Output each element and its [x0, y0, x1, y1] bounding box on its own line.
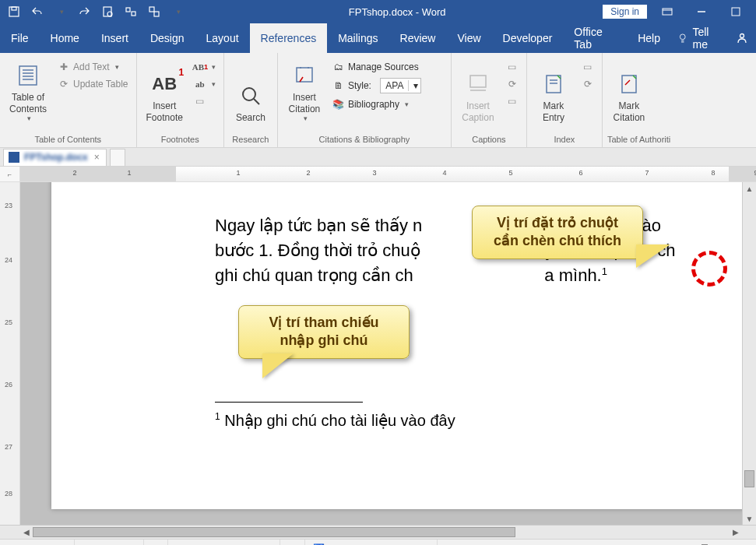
group-label-toc: Table of Contents [5, 132, 132, 147]
web-layout-icon[interactable]: ▦ [616, 541, 635, 546]
add-text-button[interactable]: ✚Add Text [55, 59, 132, 75]
hscroll-thumb[interactable] [33, 527, 515, 537]
qat-icon-2[interactable] [143, 2, 165, 22]
tab-insert[interactable]: Insert [90, 23, 139, 53]
tab-review[interactable]: Review [389, 23, 447, 53]
scroll-left-icon[interactable]: ◀ [20, 528, 33, 536]
ribbon-display-icon[interactable] [653, 2, 681, 22]
next-footnote-button[interactable]: ab [191, 76, 219, 92]
manage-sources-button[interactable]: 🗂Manage Sources [329, 59, 446, 75]
tab-view[interactable]: View [446, 23, 491, 53]
tab-design[interactable]: Design [139, 23, 195, 53]
word-count[interactable]: 64102 words [75, 540, 145, 545]
language[interactable]: English (United States) [168, 540, 280, 545]
insert-caption-button[interactable]: Insert Caption [456, 56, 500, 125]
update-index-button[interactable]: ⟳ [578, 76, 597, 92]
style-combo[interactable]: APA▾ [380, 78, 421, 93]
ruler-corner[interactable]: ⌐ [0, 167, 20, 181]
caption-opt1[interactable]: ▭ [503, 59, 522, 75]
insert-index-icon: ▭ [582, 61, 594, 73]
callout-reference-position[interactable]: Vị trí tham chiếu nhập ghi chú [238, 305, 410, 359]
horizontal-scrollbar[interactable]: ◀ ▶ [0, 525, 756, 539]
print-preview-icon[interactable] [97, 2, 118, 22]
citation-icon [291, 62, 318, 89]
insert-footnote-button[interactable]: AB1 Insert Footnote [142, 56, 188, 125]
group-footnotes: AB1 Insert Footnote AB1 ab ▭ Footnotes [137, 53, 224, 147]
footnote-icon: AB1 [151, 71, 178, 97]
show-notes-icon: ▭ [194, 95, 206, 107]
scroll-right-icon[interactable]: ▶ [730, 528, 742, 536]
tab-help[interactable]: Help [627, 23, 671, 53]
sign-in-button[interactable]: Sign in [603, 5, 647, 19]
svg-rect-0 [9, 7, 19, 16]
share-icon[interactable] [728, 23, 756, 53]
tab-mailings[interactable]: Mailings [327, 23, 389, 53]
mark-entry-button[interactable]: Mark Entry [532, 56, 575, 125]
callout-cursor-position[interactable]: Vị trí đặt trỏ chuột cần chèn chú thích [472, 206, 643, 259]
group-label-captions: Captions [456, 132, 522, 147]
style-selector[interactable]: 🗎Style: APA▾ [329, 76, 446, 95]
scroll-down-icon[interactable]: ▼ [743, 512, 756, 525]
lightbulb-icon [677, 32, 688, 44]
svg-rect-21 [470, 76, 486, 87]
minimize-icon[interactable] [687, 2, 716, 22]
document-tab-label: FPTshop.docx [24, 152, 88, 163]
caption-opt3[interactable]: ▭ [503, 93, 522, 109]
zoom-out-icon[interactable]: − [636, 541, 655, 546]
insert-endnote-button[interactable]: AB1 [191, 59, 219, 75]
accessibility[interactable]: ♿Accessibility: Investigate [305, 540, 438, 545]
svg-rect-1 [12, 7, 16, 10]
ribbon-tabs: File Home Insert Design Layout Reference… [0, 23, 756, 53]
tab-layout[interactable]: Layout [195, 23, 250, 53]
page-viewport[interactable]: Ngay lập tức bạn sẽ thấy người dùng dấuu… [20, 182, 742, 525]
spell-check-icon[interactable]: ✎ [144, 540, 168, 545]
tab-home[interactable]: Home [40, 23, 90, 53]
print-layout-icon[interactable]: ▤ [596, 541, 614, 546]
tell-me[interactable]: Tell me [671, 23, 728, 53]
tab-developer[interactable]: Developer [492, 23, 564, 53]
insert-citation-button[interactable]: Insert Citation [283, 56, 326, 125]
new-tab-button[interactable] [110, 149, 125, 166]
tab-officetab[interactable]: Office Tab [563, 23, 627, 53]
redo-icon[interactable] [73, 2, 95, 22]
mark-citation-button[interactable]: Mark Citation [607, 56, 651, 125]
maximize-icon[interactable] [722, 2, 750, 22]
mark-entry-icon [540, 71, 567, 97]
footnote-text[interactable]: 1 Nhập ghi chú cho tài liệu vào đây [215, 411, 455, 430]
window-title: FPTshop.docx - Word [192, 6, 603, 18]
svg-rect-23 [547, 76, 561, 93]
group-label-index: Index [532, 132, 597, 147]
svg-rect-13 [19, 66, 37, 85]
search-button[interactable]: Search [229, 56, 273, 125]
title-right: Sign in [603, 2, 756, 22]
document-tab[interactable]: FPTshop.docx × [3, 149, 107, 166]
page-number[interactable]: Page 1 of 180 [0, 540, 75, 545]
caption-opt2[interactable]: ⟳ [503, 76, 522, 92]
tab-file[interactable]: File [0, 23, 40, 53]
scroll-up-icon[interactable]: ▲ [743, 182, 756, 195]
vscroll-thumb[interactable] [744, 470, 754, 487]
svg-rect-6 [149, 7, 154, 12]
qat-icon-1[interactable] [120, 2, 142, 22]
endnote-icon: AB1 [194, 61, 206, 73]
table-of-contents-button[interactable]: Table of Contents [5, 56, 51, 125]
vertical-scrollbar[interactable]: ▲ ▼ [742, 182, 756, 525]
read-mode-icon[interactable]: ▭ [575, 541, 594, 546]
show-notes-button[interactable]: ▭ [191, 93, 219, 109]
update-table-button[interactable]: ⟳Update Table [55, 76, 132, 92]
save-icon[interactable] [3, 2, 25, 22]
caption-opt1-icon: ▭ [506, 61, 519, 73]
insert-index-button[interactable]: ▭ [578, 59, 597, 75]
horizontal-ruler[interactable]: 2112345678910 [20, 167, 756, 181]
svg-point-12 [740, 34, 744, 38]
qat-customize[interactable] [167, 2, 188, 22]
tab-references[interactable]: References [250, 23, 328, 53]
update-icon: ⟳ [58, 78, 70, 90]
undo-icon[interactable] [26, 2, 48, 22]
close-tab-icon[interactable]: × [93, 152, 101, 163]
vertical-ruler[interactable]: 232425262728 [0, 182, 20, 525]
undo-dropdown[interactable] [50, 2, 72, 22]
group-authorities: Mark Citation Table of Authoriti [603, 53, 675, 147]
bibliography-button[interactable]: 📚Bibliography [329, 97, 446, 112]
macro-icon[interactable]: ▦ [280, 540, 305, 545]
